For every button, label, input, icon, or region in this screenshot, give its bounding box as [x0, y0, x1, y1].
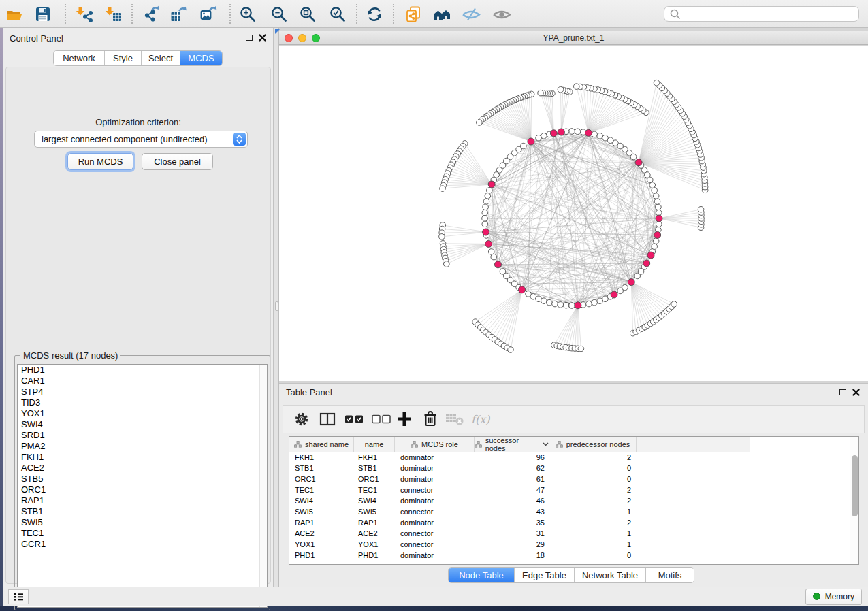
network-hub-node[interactable]	[654, 231, 661, 238]
export-image-icon[interactable]	[197, 3, 220, 25]
run-mcds-button[interactable]: Run MCDS	[67, 153, 133, 170]
mcds-result-item[interactable]: SWI5	[18, 517, 267, 528]
network-node[interactable]	[602, 135, 609, 141]
network-node[interactable]	[652, 188, 658, 194]
mcds-result-item[interactable]: SWI4	[18, 419, 267, 430]
close-panel-icon[interactable]	[852, 389, 860, 396]
network-node[interactable]	[586, 301, 592, 307]
column-header-mcds-role[interactable]: MCDS role	[395, 437, 475, 452]
network-node[interactable]	[592, 299, 598, 306]
network-node[interactable]	[482, 210, 488, 216]
tab-motifs[interactable]: Motifs	[646, 568, 694, 582]
network-node[interactable]	[482, 216, 488, 222]
network-node[interactable]	[652, 244, 658, 250]
network-node[interactable]	[482, 221, 488, 227]
float-panel-icon[interactable]	[839, 389, 846, 395]
table-settings-gear-icon[interactable]	[293, 406, 310, 433]
table-row[interactable]: STB1STB1dominator620	[289, 463, 637, 474]
mcds-result-item[interactable]: STB5	[18, 474, 267, 484]
table-scrollbar-thumb[interactable]	[852, 455, 858, 516]
network-hub-node[interactable]	[611, 291, 617, 298]
table-row[interactable]: TEC1TEC1connector472	[289, 484, 637, 495]
mcds-result-item[interactable]: RAP1	[18, 495, 267, 506]
search-box[interactable]	[664, 6, 859, 22]
network-node[interactable]	[536, 296, 542, 302]
network-node[interactable]	[597, 133, 603, 139]
network-hub-node[interactable]	[635, 159, 642, 166]
mcds-result-item[interactable]: SRD1	[18, 430, 267, 441]
network-hub-node[interactable]	[494, 261, 501, 268]
mcds-result-item[interactable]: ACE2	[18, 463, 267, 474]
network-hub-node[interactable]	[585, 129, 592, 136]
network-node[interactable]	[541, 133, 547, 139]
network-node[interactable]	[575, 129, 581, 135]
panel-splitter[interactable]	[274, 28, 279, 587]
network-node[interactable]	[547, 299, 553, 306]
tab-node-table[interactable]: Node Table	[449, 568, 515, 582]
zoom-in-icon[interactable]	[236, 3, 259, 25]
network-hub-node[interactable]	[488, 181, 495, 188]
table-row[interactable]: ORC1ORC1dominator610	[289, 474, 637, 484]
network-leaf-node[interactable]	[573, 84, 579, 90]
table-row[interactable]: FKH1FKH1dominator962	[289, 452, 637, 463]
deselect-all-icon[interactable]	[372, 406, 392, 433]
network-hub-node[interactable]	[575, 302, 581, 309]
zoom-out-icon[interactable]	[268, 3, 291, 25]
network-hub-node[interactable]	[550, 130, 557, 137]
network-leaf-node[interactable]	[671, 301, 677, 308]
mcds-result-item[interactable]: STP4	[18, 386, 267, 397]
column-header-predecessor-nodes[interactable]: predecessor nodes	[549, 437, 637, 452]
network-canvas[interactable]	[279, 46, 868, 381]
hide-selected-icon[interactable]	[460, 3, 483, 25]
mcds-result-item[interactable]: TID3	[18, 397, 267, 408]
network-hub-node[interactable]	[628, 279, 634, 286]
mcds-result-item[interactable]: ORC1	[18, 484, 267, 495]
open-file-icon[interactable]	[3, 3, 27, 25]
function-builder-icon[interactable]: f(x)	[471, 406, 489, 433]
network-hub-node[interactable]	[647, 252, 654, 259]
tab-select[interactable]: Select	[142, 51, 180, 65]
network-leaf-node[interactable]	[444, 261, 450, 267]
import-network-icon[interactable]	[73, 3, 96, 25]
mcds-result-item[interactable]: GCR1	[18, 539, 267, 550]
network-hub-node[interactable]	[485, 240, 492, 247]
network-node[interactable]	[597, 298, 603, 304]
show-columns-icon[interactable]	[319, 406, 336, 433]
table-row[interactable]: SWI5SWI5connector431	[289, 506, 637, 517]
network-node[interactable]	[592, 131, 598, 137]
tab-mcds[interactable]: MCDS	[180, 51, 222, 65]
mcds-result-item[interactable]: STB1	[18, 506, 267, 517]
mcds-result-item[interactable]: TEC1	[18, 528, 267, 539]
network-node[interactable]	[569, 303, 575, 309]
column-header-successor-nodes[interactable]: successor nodes	[475, 437, 549, 452]
network-node[interactable]	[485, 193, 491, 199]
network-hub-node[interactable]	[528, 138, 534, 145]
table-row[interactable]: SWI4SWI4dominator462	[289, 495, 637, 506]
delete-table-icon[interactable]	[445, 406, 464, 433]
network-leaf-node[interactable]	[508, 347, 514, 353]
delete-row-trash-icon[interactable]	[421, 406, 439, 433]
network-node[interactable]	[653, 238, 659, 244]
mcds-result-item[interactable]: CAR1	[18, 376, 267, 386]
close-panel-button[interactable]: Close panel	[142, 153, 213, 170]
tab-edge-table[interactable]: Edge Table	[515, 568, 575, 582]
clone-network-icon[interactable]	[402, 3, 425, 25]
show-all-icon[interactable]	[490, 3, 513, 25]
column-header-name[interactable]: name	[354, 437, 395, 452]
import-table-icon[interactable]	[102, 3, 125, 25]
network-node[interactable]	[656, 204, 662, 210]
network-node[interactable]	[552, 301, 558, 307]
mcds-result-item[interactable]: YOX1	[18, 408, 267, 419]
first-neighbors-icon[interactable]	[431, 3, 454, 25]
network-hub-node[interactable]	[483, 229, 489, 235]
search-input[interactable]	[681, 7, 858, 21]
mcds-list-scrollbar[interactable]	[259, 365, 267, 607]
network-node[interactable]	[569, 129, 575, 135]
tab-style[interactable]: Style	[105, 51, 142, 65]
table-scrollbar[interactable]	[850, 437, 858, 564]
network-leaf-node[interactable]	[439, 234, 445, 240]
network-node[interactable]	[653, 193, 659, 199]
network-node[interactable]	[486, 188, 492, 194]
table-row[interactable]: ACE2ACE2connector311	[289, 528, 637, 539]
add-row-plus-icon[interactable]	[396, 406, 413, 433]
